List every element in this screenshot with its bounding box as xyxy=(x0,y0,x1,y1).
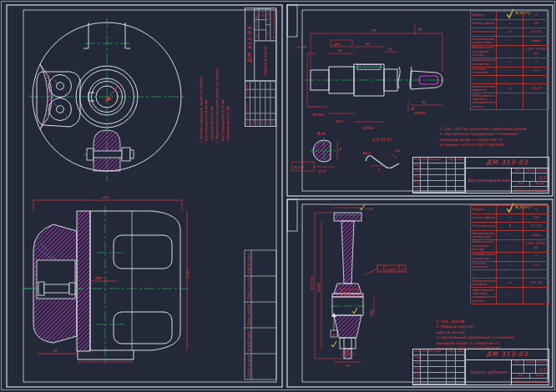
wheel-notes: 1. 250...350 НВ. 2. Радиусы скругле- ний… xyxy=(436,319,548,352)
drawing-code: ДМ 313-03 xyxy=(466,158,548,168)
pin-boss-hatch xyxy=(94,130,120,171)
section-mark: А xyxy=(417,27,421,32)
tol-datum: А xyxy=(401,268,403,272)
dim-label: 14 xyxy=(344,349,349,354)
stamp-cell: Изм. xyxy=(413,158,421,163)
shaft-notes: 1. 235...262 НВ, кроме мест нарезания зу… xyxy=(439,127,548,148)
part-name: Муфта упругая xyxy=(255,40,275,80)
stamp-cell: Лист xyxy=(421,158,428,163)
groove-detail: 1:1 (5:1) 3 0,6 R0,4 xyxy=(362,137,400,172)
dim-label: 36 xyxy=(365,42,370,46)
dim-label: 8 xyxy=(339,147,341,151)
organization: МГТУ им. Н.Э.Баумана xyxy=(512,187,548,193)
drawing-code: ДМ 313-03 xyxy=(245,8,255,80)
stamp-signature-grid: Изм.Лист№ докум.Подп.Дата Разраб. Пров. … xyxy=(245,80,276,126)
stamp-cell: Н.контр. xyxy=(413,181,421,187)
cad-drawing-canvas: 250 Ø250 Ø52 45 Инв.№ подл. Подп. и дата… xyxy=(0,0,556,392)
dim-label: Ø25k6 xyxy=(312,113,324,117)
side-label: Подп. и дата xyxy=(246,354,250,378)
scale-value: 1:1 xyxy=(536,173,548,182)
dim-label: Ø25k6 xyxy=(414,111,426,115)
section-a-a: А-А 8 21,5 Ra1,6 xyxy=(292,131,341,173)
wheel-gear-table: Модульm2 Число зубьевz135 Угол наклонаβ1… xyxy=(470,205,549,304)
side-label: Взам. инв.№ xyxy=(246,304,250,326)
tol-value: 0,025 xyxy=(386,268,396,272)
dim-label: 1,25 xyxy=(365,207,372,211)
key-dim-label: 20H9 xyxy=(342,291,351,295)
coupling-front-view xyxy=(28,18,187,182)
dim-label: 52 xyxy=(422,100,427,104)
dim-label: 1×45° xyxy=(296,45,308,49)
dim-label: Ø275,16 xyxy=(310,275,314,290)
note-line: остальных ±t/2 по ГОСТ 25670-83. xyxy=(439,143,548,148)
section-mark: А xyxy=(411,106,414,111)
stamp-cell: Дата xyxy=(456,158,465,163)
datum-label: А xyxy=(332,333,335,337)
dim-label: 45 xyxy=(53,349,58,353)
stamp-signature-grid: Изм.Лист№ докум.Подп.Дата Разраб. Пров. … xyxy=(413,158,466,193)
dim-label: Ø30 xyxy=(336,119,343,123)
side-label: Инв.№ подл. xyxy=(246,253,250,274)
part-name: Быстроходный вал xyxy=(466,168,512,193)
dim-label: 21,5 xyxy=(318,169,326,173)
dim-label: Ø250 xyxy=(185,269,190,279)
dim-label: 30 xyxy=(337,48,342,53)
shaft-gear-table: Модульm2 Число зубьевz22 Угол наклонаβ11… xyxy=(470,11,549,110)
side-label: Подп. и дата xyxy=(246,277,250,300)
tol-symbol: ⊥ xyxy=(379,268,382,272)
dim-label: Ø35k6 xyxy=(362,126,374,130)
detail-label: 1:1 (5:1) xyxy=(372,137,392,142)
bottom-flange xyxy=(340,338,356,349)
drawing-code: ДМ 313-03 xyxy=(466,349,548,360)
dim-label: Ø52 xyxy=(95,276,103,280)
flange-plate-hatch xyxy=(77,211,90,351)
dim-label: 45 xyxy=(345,364,350,368)
note-line: - тихоходного 1,5 мм xyxy=(225,43,230,143)
stamp-cell: Т.контр. xyxy=(413,175,421,181)
scale-value: 1:1 xyxy=(536,365,548,374)
side-label: Инв.№ дубл. xyxy=(246,330,250,352)
dimension-lines xyxy=(307,25,442,122)
wheel-title-block: Изм.Лист№ докум.Подп.Дата Разраб. Пров. … xyxy=(412,349,549,385)
tolerance-frame: ⊥ 0,025 А xyxy=(364,265,406,275)
shaft-title-block: Изм.Лист№ докум.Подп.Дата Разраб. Пров. … xyxy=(412,157,549,193)
stamp-cell: Подп. xyxy=(447,158,456,163)
coupling-section-view: 250 Ø250 Ø52 45 xyxy=(22,195,190,364)
section-label: А-А xyxy=(316,131,325,136)
roughness-box-label: Ra1,6 xyxy=(294,165,304,169)
stamp-cell: Утв. xyxy=(413,187,421,193)
dim-label: 28 xyxy=(387,47,392,51)
dim-label: 0,6 xyxy=(394,148,400,153)
dim-label: Ø266 xyxy=(316,283,321,292)
stamp-cell: № докум. xyxy=(428,158,447,163)
part-name: Колесо зубчатое xyxy=(466,360,512,384)
dim-label: R0,4 xyxy=(362,151,371,155)
side-graph-labels: Инв.№ подл. Подп. и дата Взам. инв.№ Инв… xyxy=(246,253,250,378)
dim-label: Ø60 xyxy=(369,309,373,317)
organization: МГТУ им. Н.Э.Баумана xyxy=(512,379,548,384)
stamp-cell: Разраб. xyxy=(413,163,421,169)
dim-label: 3 xyxy=(377,168,380,172)
key-dim-label: 8P9 xyxy=(333,43,340,47)
organization: МГТУ им. Н.Э.Баумана xyxy=(270,8,275,40)
left-title-block-rotated: Изм.Лист№ докум.Подп.Дата Разраб. Пров. … xyxy=(245,8,276,127)
dim-label: 250 xyxy=(102,195,109,199)
stamp-signature-grid: Изм.Лист№ докум.Подп.Дата Разраб. Пров. … xyxy=(413,349,466,384)
left-sheet-notes: 1. Осевое смещение валов (не более): - б… xyxy=(199,43,230,143)
stamp-cell: Пров. xyxy=(413,169,421,175)
scale-value: 1:1 xyxy=(259,8,266,19)
dim-label: 170 xyxy=(370,28,377,33)
